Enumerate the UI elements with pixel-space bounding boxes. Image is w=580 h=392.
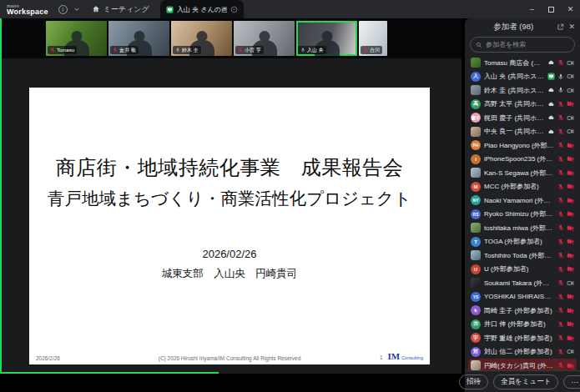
search-input[interactable]	[486, 41, 569, 48]
invite-button[interactable]: 招待	[459, 374, 488, 389]
camera-off-icon	[567, 265, 574, 273]
participant-name: Ryoko Shimizu (外部参加者)	[484, 209, 554, 219]
camera-icon	[567, 73, 574, 80]
participant-row[interactable]: toshitaka miwa (外部参加者)	[468, 221, 577, 235]
avatar	[471, 168, 481, 178]
tile-name-label: 合川	[361, 46, 382, 54]
participant-status-icons	[557, 224, 574, 232]
minimize-button[interactable]: –	[522, 0, 542, 18]
muted-mic-icon	[557, 321, 564, 328]
muted-mic-icon	[557, 211, 564, 218]
muted-mic-icon	[557, 156, 564, 163]
participant-name: Tomasu 商店会 (ホスト, 自分)	[484, 58, 544, 68]
mute-all-button[interactable]: 全員をミュート	[493, 374, 558, 389]
connection-signal-icon	[230, 6, 238, 13]
cloud-recording-icon	[547, 128, 555, 135]
participant-row[interactable]: k岡崎 圭子 (外部参加者)	[468, 304, 577, 318]
participant-status-icons	[557, 307, 574, 314]
im-consulting-logo: IM Consulting	[388, 352, 423, 361]
participant-status-icons	[557, 155, 574, 163]
participant-row[interactable]: IiPhoneSpoon235 (外部参加者)	[468, 153, 577, 167]
participant-status-icons	[547, 100, 574, 108]
cloud-recording-icon	[547, 101, 555, 108]
letterbox-strip	[0, 374, 461, 392]
camera-icon	[567, 59, 574, 67]
camera-off-icon	[567, 362, 574, 369]
muted-mic-icon	[557, 252, 564, 259]
participant-row[interactable]: Tomasu 商店会 (ホスト, 自分)	[468, 56, 577, 70]
participant-row[interactable]: YSYOSHIKAI SHIRAISHI (外部参加者)	[468, 290, 577, 304]
participant-row[interactable]: Soukami Takara (外部参加者)	[468, 276, 577, 290]
participant-row[interactable]: 慶子梶田 慶子 (共同ホスト, 外部参加者)	[468, 111, 577, 125]
more-options-button[interactable]: ⋯	[563, 375, 580, 389]
participant-status-icons	[547, 87, 574, 94]
tab-shared-screen[interactable]: 入山 央 さんの画面	[160, 0, 244, 18]
muted-mic-icon	[238, 48, 243, 53]
participant-row[interactable]: 対対山 信二 (外部参加者)	[468, 345, 577, 359]
participant-status-icons	[557, 183, 574, 190]
slide-presenters: 城東支部 入山央 円崎貴司	[29, 267, 430, 281]
video-tile[interactable]: 小菅 亨	[234, 21, 295, 56]
slide-page-number: 1	[380, 354, 383, 360]
participant-name: 井口 伸 (外部参加者)	[484, 319, 554, 329]
panel-close-icon[interactable]: ✕	[568, 23, 575, 31]
participant-row[interactable]: 高高野 太平 (共同ホスト, 外部参加者)	[468, 98, 577, 112]
video-tile[interactable]: 鈴木 圭	[171, 21, 232, 56]
camera-off-icon	[567, 307, 574, 314]
popout-icon[interactable]	[557, 23, 564, 31]
video-tile[interactable]: 金井 敬	[108, 21, 169, 56]
avatar: NY	[471, 195, 481, 205]
participant-row[interactable]: UU (外部参加者)	[468, 263, 577, 277]
participant-list: Tomasu 商店会 (ホスト, 自分) 入入山 央 (共同ホスト) 鈴木 圭 …	[465, 56, 580, 370]
mic-icon	[557, 73, 564, 80]
participant-row[interactable]: 入入山 央 (共同ホスト)	[468, 70, 577, 84]
participant-row[interactable]: Kan-S Segawa (外部参加者)	[468, 166, 577, 180]
participant-name: 梶田 慶子 (共同ホスト, 外部参加者)	[484, 113, 544, 123]
muted-mic-icon	[557, 266, 564, 273]
participant-name: iPhoneSpoon235 (外部参加者)	[484, 154, 554, 163]
participant-row[interactable]: 円崎(タカシ)貴司 (外部参加者)	[468, 359, 577, 370]
slide-footer: 2026/2/26 (C) 2026 Hiroshi Iriyama/IM Co…	[29, 352, 430, 361]
participant-status-icons	[547, 73, 574, 80]
participant-row[interactable]: Toshihiro Toda (外部参加者)	[468, 249, 577, 263]
close-button[interactable]: ✕	[561, 0, 580, 18]
participant-row[interactable]: TTOGA (外部参加者)	[468, 235, 577, 249]
camera-off-icon	[567, 320, 574, 328]
muted-mic-icon	[557, 279, 564, 286]
cloud-recording-icon	[547, 59, 555, 66]
participant-row[interactable]: 宇宇野 重雄 (外部参加者)	[468, 331, 577, 345]
avatar: 井	[471, 319, 481, 329]
participants-title: 参加者 (98)	[470, 22, 557, 33]
slide-title-line2: 青戸地域まちづくり・商業活性化プロジェクト	[29, 187, 430, 210]
participant-row[interactable]: NYNaoki Yamamori (外部参加者)	[468, 193, 577, 208]
camera-off-icon	[567, 252, 574, 259]
avatar	[471, 278, 481, 288]
muted-mic-icon	[557, 197, 564, 204]
participant-name: 対山 信二 (外部参加者)	[484, 347, 554, 356]
tile-name-label: 入山 央	[298, 46, 326, 54]
participant-name: toshitaka miwa (外部参加者)	[484, 224, 554, 233]
video-tile[interactable]: 入山 央	[296, 21, 357, 56]
camera-off-icon	[567, 293, 574, 300]
participant-search[interactable]	[470, 37, 575, 53]
participant-row[interactable]: 中央 良一 (共同ホスト, 外部参加者)	[468, 125, 577, 139]
chevron-down-icon[interactable]	[73, 6, 80, 13]
camera-off-icon	[567, 334, 574, 342]
participant-status-icons	[557, 334, 574, 342]
participant-name: Piao Hangyono (外部参加者)	[484, 141, 554, 150]
info-icon[interactable]: i	[58, 5, 68, 14]
video-tile[interactable]: Tomasu	[46, 21, 107, 56]
participant-row[interactable]: PHPiao Hangyono (外部参加者)	[468, 138, 577, 153]
close-icon: ✕	[567, 5, 574, 13]
cloud-recording-icon	[547, 87, 555, 93]
participant-row[interactable]: 井井口 伸 (外部参加者)	[468, 318, 577, 332]
participant-row[interactable]: 鈴木 圭 (共同ホスト, 外部参加者)	[468, 83, 577, 98]
tab-meeting[interactable]: ミーティング	[92, 4, 149, 15]
participant-status-icons	[557, 169, 574, 177]
avatar: 対	[471, 347, 481, 357]
search-icon	[476, 42, 482, 48]
participant-row[interactable]: RSRyoko Shimizu (外部参加者)	[468, 208, 577, 222]
maximize-button[interactable]	[542, 0, 561, 18]
participant-row[interactable]: MMCC (外部参加者)	[468, 180, 577, 194]
video-tile[interactable]: 合川	[359, 21, 387, 56]
